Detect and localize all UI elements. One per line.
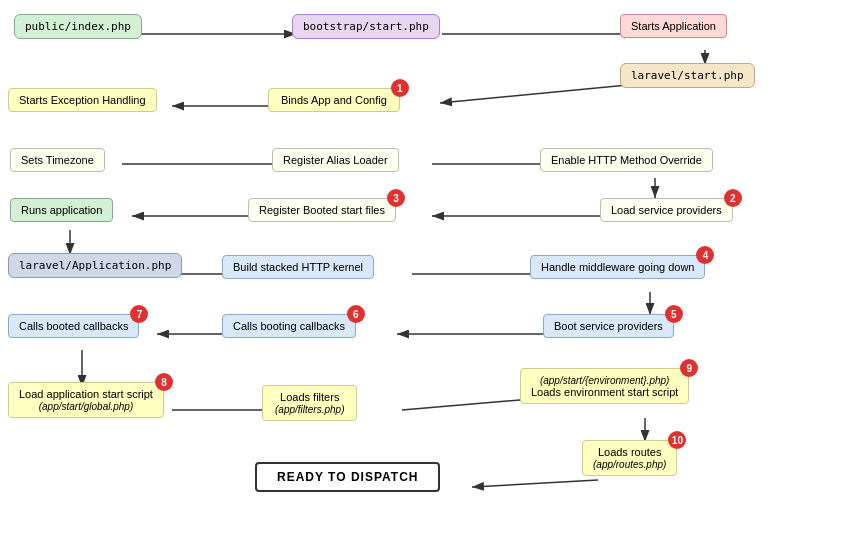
sets-timezone-label: Sets Timezone xyxy=(10,148,105,172)
badge-4: 4 xyxy=(696,246,714,264)
bootstrap-start-label: bootstrap/start.php xyxy=(292,14,440,39)
laravel-app-label: laravel/Application.php xyxy=(8,253,182,278)
node-starts-app: Starts Application xyxy=(620,14,727,38)
node-laravel-app: laravel/Application.php xyxy=(8,253,182,278)
load-app-start-label: Load application start script (app/start… xyxy=(8,382,164,418)
loads-routes-sublabel: (app/routes.php) xyxy=(593,459,666,470)
laravel-start-label: laravel/start.php xyxy=(620,63,755,88)
diagram: public/index.php bootstrap/start.php Sta… xyxy=(0,0,843,549)
node-calls-booting: Calls booting callbacks 6 xyxy=(222,314,356,338)
load-service-label: Load service providers 2 xyxy=(600,198,733,222)
calls-booting-label: Calls booting callbacks 6 xyxy=(222,314,356,338)
node-public-index: public/index.php xyxy=(14,14,142,39)
badge-3: 3 xyxy=(387,189,405,207)
binds-app-label: Binds App and Config 1 xyxy=(268,88,400,112)
svg-line-4 xyxy=(440,84,638,103)
node-register-alias: Register Alias Loader xyxy=(272,148,399,172)
badge-1: 1 xyxy=(391,79,409,97)
ready-dispatch-label: READY TO DISPATCH xyxy=(255,462,440,492)
node-loads-routes: Loads routes (app/routes.php) 10 xyxy=(582,440,677,476)
loads-env-label: (app/start/{environment}.php) Loads envi… xyxy=(520,368,689,404)
loads-filters-label: Loads filters (app/filters.php) xyxy=(262,385,357,421)
svg-line-21 xyxy=(472,480,598,487)
node-laravel-start: laravel/start.php xyxy=(620,63,755,88)
node-enable-http: Enable HTTP Method Override xyxy=(540,148,713,172)
register-alias-label: Register Alias Loader xyxy=(272,148,399,172)
enable-http-label: Enable HTTP Method Override xyxy=(540,148,713,172)
public-index-label: public/index.php xyxy=(14,14,142,39)
node-binds-app: Binds App and Config 1 xyxy=(268,88,400,112)
node-loads-filters: Loads filters (app/filters.php) xyxy=(262,385,357,421)
node-starts-exception: Starts Exception Handling xyxy=(8,88,157,112)
node-build-stacked: Build stacked HTTP kernel xyxy=(222,255,374,279)
calls-booted-label: Calls booted callbacks 7 xyxy=(8,314,139,338)
badge-8: 8 xyxy=(155,373,173,391)
boot-service-label: Boot service providers 5 xyxy=(543,314,674,338)
node-calls-booted: Calls booted callbacks 7 xyxy=(8,314,139,338)
badge-6: 6 xyxy=(347,305,365,323)
load-app-start-sublabel: (app/start/global.php) xyxy=(39,401,134,412)
node-load-app-start: Load application start script (app/start… xyxy=(8,382,164,418)
build-stacked-label: Build stacked HTTP kernel xyxy=(222,255,374,279)
node-load-service: Load service providers 2 xyxy=(600,198,733,222)
loads-filters-sublabel: (app/filters.php) xyxy=(275,404,344,415)
node-handle-middleware: Handle middleware going down 4 xyxy=(530,255,705,279)
node-bootstrap-start: bootstrap/start.php xyxy=(292,14,440,39)
register-booted-label: Register Booted start files 3 xyxy=(248,198,396,222)
node-runs-app: Runs application xyxy=(10,198,113,222)
loads-routes-label: Loads routes (app/routes.php) 10 xyxy=(582,440,677,476)
badge-5: 5 xyxy=(665,305,683,323)
runs-app-label: Runs application xyxy=(10,198,113,222)
starts-app-label: Starts Application xyxy=(620,14,727,38)
node-sets-timezone: Sets Timezone xyxy=(10,148,105,172)
badge-7: 7 xyxy=(130,305,148,323)
badge-10: 10 xyxy=(668,431,686,449)
badge-9: 9 xyxy=(680,359,698,377)
node-loads-env: (app/start/{environment}.php) Loads envi… xyxy=(520,368,689,404)
starts-exception-label: Starts Exception Handling xyxy=(8,88,157,112)
node-boot-service: Boot service providers 5 xyxy=(543,314,674,338)
node-register-booted: Register Booted start files 3 xyxy=(248,198,396,222)
handle-middleware-label: Handle middleware going down 4 xyxy=(530,255,705,279)
badge-2: 2 xyxy=(724,189,742,207)
loads-env-sublabel-top: (app/start/{environment}.php) xyxy=(540,375,670,386)
node-ready-dispatch: READY TO DISPATCH xyxy=(255,462,440,492)
